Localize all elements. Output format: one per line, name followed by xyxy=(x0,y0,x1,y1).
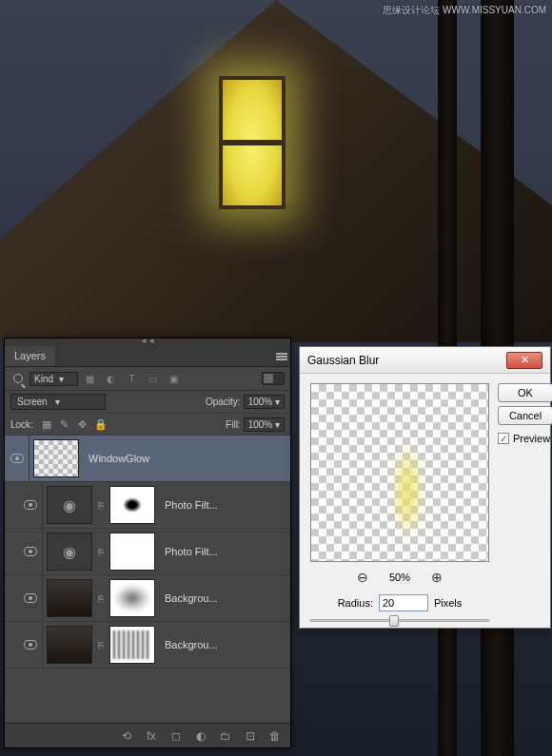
new-group-icon[interactable]: 🗀 xyxy=(218,728,233,744)
radius-slider[interactable] xyxy=(309,619,490,622)
search-icon xyxy=(10,371,26,386)
layer-row-photofilter1[interactable]: ◉ ⎘ Photo Filt... xyxy=(5,482,290,529)
hamburger-icon xyxy=(276,353,287,360)
fill-label: Fill: xyxy=(226,419,241,430)
mask-link-icon[interactable]: ⎘ xyxy=(96,500,106,511)
preview-glow xyxy=(393,448,422,533)
lock-position-icon[interactable]: ✥ xyxy=(75,417,90,432)
eye-icon xyxy=(24,640,37,649)
filter-shape-icon[interactable]: ▭ xyxy=(145,371,162,386)
preview-area[interactable] xyxy=(310,383,489,562)
radius-label: Radius: xyxy=(338,597,373,609)
layers-panel: ◄◄ Layers Kind ▾ ▦ ◐ T ▭ ▣ Screen ▾ Opac… xyxy=(4,338,291,748)
panel-menu-button[interactable] xyxy=(273,346,290,366)
layers-tab[interactable]: Layers xyxy=(5,346,55,366)
layer-mask-thumbnail[interactable] xyxy=(109,579,155,617)
layer-mask-thumbnail[interactable] xyxy=(109,486,155,524)
radius-input[interactable] xyxy=(379,594,428,611)
layer-mask-thumbnail[interactable] xyxy=(109,626,155,664)
layer-visibility-toggle[interactable] xyxy=(5,436,30,481)
layer-filter-row: Kind ▾ ▦ ◐ T ▭ ▣ xyxy=(5,367,290,391)
adjustment-thumbnail[interactable]: ◉ xyxy=(47,533,92,571)
eye-icon xyxy=(24,547,37,556)
layer-row-windowglow[interactable]: WindowGlow xyxy=(5,436,290,482)
layer-style-icon[interactable]: fx xyxy=(144,728,159,744)
layer-name-label[interactable]: Backgrou... xyxy=(159,639,218,650)
lock-row: Lock: ▦ ✎ ✥ 🔒 Fill: 100% ▾ xyxy=(5,414,290,436)
opacity-label: Opacity: xyxy=(206,397,241,407)
watermark-text: 思缘设计论坛 WWW.MISSYUAN.COM xyxy=(383,4,546,17)
filter-adjustment-icon[interactable]: ◐ xyxy=(103,371,120,386)
panel-tabs: Layers xyxy=(5,346,290,367)
layer-name-label[interactable]: Photo Filt... xyxy=(159,546,218,557)
filter-kind-select[interactable]: Kind ▾ xyxy=(30,372,78,386)
panel-collapse-handle[interactable]: ◄◄ xyxy=(5,339,290,346)
layer-row-background1[interactable]: ⎘ Backgrou... xyxy=(5,575,290,622)
eye-icon xyxy=(10,454,24,463)
layer-visibility-toggle[interactable] xyxy=(18,482,43,528)
preview-checkbox-label: Preview xyxy=(513,433,550,444)
layer-name-label[interactable]: WindowGlow xyxy=(83,453,149,464)
dialog-titlebar[interactable]: Gaussian Blur ✕ xyxy=(300,347,550,374)
fill-input[interactable]: 100% ▾ xyxy=(244,417,285,432)
new-layer-icon[interactable]: ⊡ xyxy=(243,728,258,744)
layers-list: WindowGlow ◉ ⎘ Photo Filt... ◉ ⎘ Photo F… xyxy=(5,436,290,669)
lock-all-icon[interactable]: 🔒 xyxy=(93,417,108,432)
eye-icon xyxy=(24,593,37,603)
layer-name-label[interactable]: Backgrou... xyxy=(159,592,218,604)
layer-visibility-toggle[interactable] xyxy=(18,529,43,574)
cabin-glowing-window xyxy=(219,76,286,209)
preview-checkbox[interactable]: ✓ xyxy=(498,433,509,444)
blend-mode-row: Screen ▾ Opacity: 100% ▾ xyxy=(5,391,290,414)
filter-smart-icon[interactable]: ▣ xyxy=(166,371,183,386)
layer-thumbnail[interactable] xyxy=(33,439,79,477)
lock-pixels-icon[interactable]: ✎ xyxy=(57,417,72,432)
delete-layer-icon[interactable]: 🗑 xyxy=(267,728,283,744)
filter-type-icon[interactable]: T xyxy=(124,371,141,386)
slider-thumb[interactable] xyxy=(389,615,399,627)
blend-mode-select[interactable]: Screen ▾ xyxy=(10,394,106,410)
add-mask-icon[interactable]: ◻ xyxy=(168,728,184,744)
lock-label: Lock: xyxy=(10,419,33,430)
lock-transparency-icon[interactable]: ▦ xyxy=(39,417,54,432)
opacity-input[interactable]: 100% ▾ xyxy=(244,395,285,409)
layer-thumbnail[interactable] xyxy=(47,579,92,617)
zoom-out-button[interactable]: ⊖ xyxy=(357,570,368,585)
mask-link-icon[interactable]: ⎘ xyxy=(96,547,106,557)
radius-unit: Pixels xyxy=(434,597,462,609)
layer-row-background2[interactable]: ⎘ Backgrou... xyxy=(5,622,290,669)
layer-visibility-toggle[interactable] xyxy=(18,575,43,621)
layer-thumbnail[interactable] xyxy=(47,626,92,664)
eye-icon xyxy=(24,500,37,510)
cancel-button[interactable]: Cancel xyxy=(498,406,552,425)
layer-visibility-toggle[interactable] xyxy=(18,622,43,668)
dialog-title: Gaussian Blur xyxy=(307,354,379,367)
dialog-close-button[interactable]: ✕ xyxy=(506,352,542,369)
new-adjustment-icon[interactable]: ◐ xyxy=(193,728,208,744)
layers-panel-footer: ⟲ fx ◻ ◐ 🗀 ⊡ 🗑 xyxy=(5,723,290,747)
zoom-percentage: 50% xyxy=(389,572,410,583)
layer-mask-thumbnail[interactable] xyxy=(109,533,155,571)
mask-link-icon[interactable]: ⎘ xyxy=(96,640,106,650)
filter-toggle-switch[interactable] xyxy=(262,372,285,385)
gaussian-blur-dialog: Gaussian Blur ✕ ⊖ 50% ⊕ Radius: Pixels O… xyxy=(299,346,551,629)
layer-row-photofilter2[interactable]: ◉ ⎘ Photo Filt... xyxy=(5,529,290,575)
link-layers-icon[interactable]: ⟲ xyxy=(119,728,134,744)
zoom-in-button[interactable]: ⊕ xyxy=(431,570,443,585)
layer-name-label[interactable]: Photo Filt... xyxy=(159,499,218,511)
ok-button[interactable]: OK xyxy=(498,383,552,402)
mask-link-icon[interactable]: ⎘ xyxy=(96,593,106,604)
filter-pixel-icon[interactable]: ▦ xyxy=(82,371,99,386)
adjustment-thumbnail[interactable]: ◉ xyxy=(47,486,92,524)
